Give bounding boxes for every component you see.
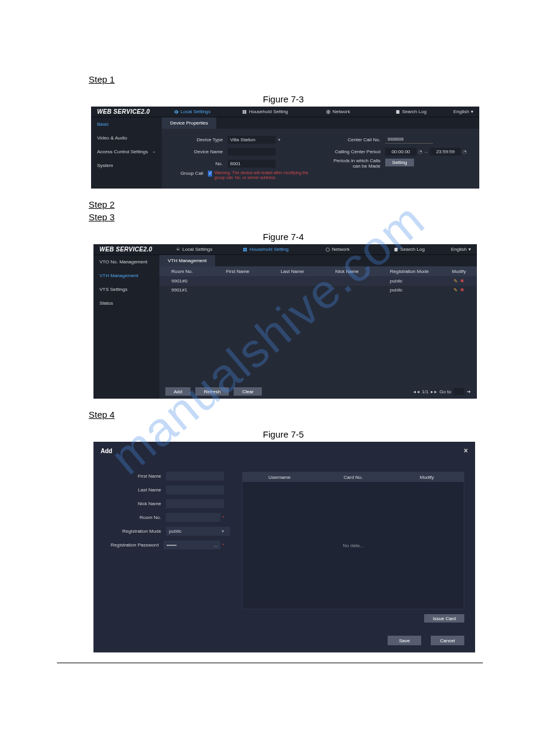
- calling-center-period-label: Calling Center Period: [327, 149, 380, 154]
- col-registration-mode: Registration Mode: [386, 269, 441, 274]
- required-marker: *: [222, 542, 224, 548]
- app-logo: WEB SERVICE2.0: [91, 108, 156, 115]
- tab-bar: Device Properties: [162, 117, 479, 129]
- screenshot-add-modal: Add × First Name Last Name Nick Name Roo…: [93, 442, 475, 652]
- room-no-label: Room No.: [104, 515, 161, 520]
- registration-password-input[interactable]: [164, 541, 211, 549]
- periods-calls-label: Periods in which Calls can be Made: [327, 159, 380, 169]
- nav-network-label: Network: [332, 247, 349, 252]
- nav-network[interactable]: Network: [301, 109, 374, 114]
- sidebar-item-status[interactable]: Status: [93, 296, 159, 310]
- chevron-down-icon: ▾: [468, 247, 471, 252]
- pager-prev-icon[interactable]: ◂ ◂: [413, 389, 419, 394]
- table-footer: Add Refresh Clear ◂ ◂ 1/1 ▸ ▸ Go to ➜: [159, 384, 477, 399]
- pager-count: 1/1: [422, 389, 428, 394]
- group-call-checkbox[interactable]: ✓: [208, 171, 211, 177]
- modal-footer: Save Cancel: [93, 629, 475, 652]
- delete-icon[interactable]: ✖: [460, 287, 464, 293]
- gear-icon: [176, 247, 180, 252]
- main-panel: Device Properties Device Type Villa Stat…: [162, 117, 479, 189]
- device-name-input[interactable]: [228, 148, 276, 156]
- nick-name-label: Nick Name: [104, 501, 161, 506]
- edit-icon[interactable]: ✎: [454, 278, 458, 284]
- screenshot-device-properties: WEB SERVICE2.0 Local Settings Household …: [91, 107, 479, 189]
- cancel-button[interactable]: Cancel: [431, 636, 464, 645]
- setting-button[interactable]: Setting: [385, 159, 414, 166]
- svg-rect-1: [396, 110, 399, 114]
- sidebar-item-vts-settings[interactable]: VTS Settings: [93, 283, 159, 296]
- refresh-button[interactable]: Refresh: [195, 387, 229, 396]
- svg-point-3: [326, 248, 330, 251]
- chevron-down-icon: ▾: [222, 529, 224, 534]
- tab-vth-management[interactable]: VTH Management: [159, 255, 215, 266]
- save-button[interactable]: Save: [388, 636, 421, 645]
- pager-goto-input[interactable]: [454, 388, 464, 395]
- table-empty-space: [159, 294, 477, 384]
- nav-household-label: Household Setting: [249, 247, 288, 252]
- center-call-no-input[interactable]: [385, 136, 433, 144]
- group-call-label: Group Call: [169, 171, 203, 176]
- last-name-input[interactable]: [166, 485, 224, 494]
- tab-device-properties[interactable]: Device Properties: [162, 117, 216, 129]
- close-icon[interactable]: ×: [464, 447, 468, 455]
- issue-card-button[interactable]: Issue Card: [424, 614, 464, 623]
- sidebar-item-system[interactable]: System: [91, 159, 162, 172]
- required-marker: *: [222, 515, 224, 520]
- period-from-input[interactable]: 00:00:00: [385, 148, 416, 156]
- period-separator: –: [425, 149, 427, 154]
- nav-local-label: Local Settings: [180, 109, 210, 114]
- top-nav: WEB SERVICE2.0 Local Settings Household …: [91, 107, 479, 117]
- language-selector[interactable]: English ▾: [445, 247, 477, 252]
- sidebar-item-basic[interactable]: Basic: [91, 117, 162, 131]
- room-no-input[interactable]: [166, 513, 220, 522]
- chevron-down-icon: ▾: [471, 109, 473, 114]
- nav-local-settings[interactable]: Local Settings: [156, 109, 229, 114]
- pager: ◂ ◂ 1/1 ▸ ▸ Go to ➜: [413, 388, 471, 395]
- gear-icon: [174, 110, 179, 114]
- pager-jump-icon[interactable]: ➜: [467, 389, 471, 394]
- last-name-label: Last Name: [104, 487, 161, 493]
- sidebar-item-vto-management[interactable]: VTO No. Management: [93, 255, 159, 269]
- edit-icon[interactable]: ✎: [454, 287, 458, 293]
- eye-icon[interactable]: ◡: [211, 542, 220, 548]
- delete-icon[interactable]: ✖: [460, 278, 464, 284]
- step-3-heading: Step 3: [89, 212, 478, 222]
- tab-bar: VTH Management: [159, 255, 477, 266]
- nav-search-log[interactable]: Search Log: [373, 247, 445, 252]
- nav-search-log[interactable]: Search Log: [374, 109, 448, 114]
- col-first-name: First Name: [222, 269, 277, 274]
- nav-household-setting[interactable]: Household Setting: [230, 247, 302, 252]
- period-to-input[interactable]: 23:59:59: [430, 148, 461, 156]
- sidebar-acs-label: Access Control Settings: [97, 149, 148, 154]
- step-2-heading: Step 2: [89, 199, 478, 210]
- first-name-input[interactable]: [166, 472, 224, 481]
- nav-household-label: Household Setting: [249, 109, 288, 114]
- issue-card-wrap: Issue Card: [242, 614, 464, 623]
- form-left-col: Device Type Villa Station ▾ Device Name …: [169, 135, 315, 183]
- sidebar-item-video-audio[interactable]: Video & Audio: [91, 131, 162, 145]
- device-no-input[interactable]: [228, 160, 276, 168]
- nav-network[interactable]: Network: [301, 247, 373, 252]
- device-type-select[interactable]: Villa Station: [228, 136, 276, 144]
- nav-household-setting[interactable]: Household Setting: [229, 109, 302, 114]
- sidebar-item-access-control[interactable]: Access Control Settings ⌄: [91, 145, 162, 159]
- nav-local-settings[interactable]: Local Settings: [158, 247, 230, 252]
- table-row: 9901#1 public ✎ ✖: [159, 285, 477, 294]
- household-icon: [243, 247, 247, 252]
- globe-icon: [325, 247, 330, 252]
- language-selector[interactable]: English ▾: [448, 109, 479, 114]
- nick-name-input[interactable]: [166, 499, 224, 508]
- household-icon: [242, 110, 247, 114]
- registration-mode-select[interactable]: public: [166, 527, 230, 536]
- card-table-header: Username Card No. Modify: [243, 472, 464, 482]
- clock-icon: ◔: [418, 149, 422, 154]
- first-name-label: First Name: [104, 473, 161, 479]
- add-button[interactable]: Add: [165, 387, 191, 396]
- cell-reg: public: [386, 287, 441, 293]
- sidebar-item-vth-management[interactable]: VTH Management: [93, 269, 159, 283]
- device-type-label: Device Type: [169, 137, 223, 142]
- col-card-no: Card No.: [316, 475, 390, 480]
- pager-next-icon[interactable]: ▸ ▸: [431, 389, 437, 394]
- table-row: 9901#0 public ✎ ✖: [159, 276, 477, 285]
- clear-button[interactable]: Clear: [234, 387, 262, 396]
